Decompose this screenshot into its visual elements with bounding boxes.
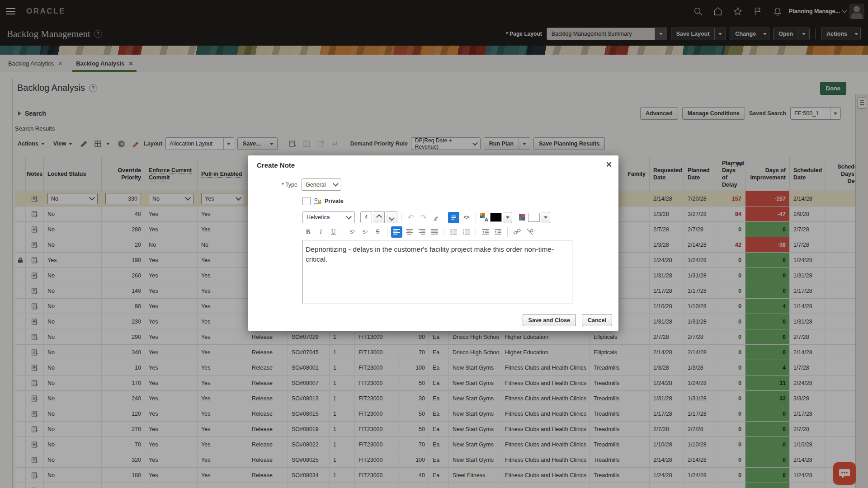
background-color-swatch[interactable] — [528, 213, 540, 222]
editor-toolbar-row2: B I U S2 S2 S 123 — [302, 225, 572, 238]
svg-text:3: 3 — [463, 233, 464, 235]
required-marker: * — [282, 182, 284, 188]
justify-icon[interactable] — [429, 226, 440, 238]
font-color-icon[interactable]: A — [480, 212, 489, 223]
font-color-swatch[interactable] — [490, 213, 502, 222]
source-mode-button[interactable]: <> — [461, 212, 472, 223]
close-icon[interactable]: ✕ — [606, 160, 612, 169]
redo-icon[interactable]: ↷ — [418, 212, 429, 223]
font-size-value[interactable]: 4 — [360, 211, 372, 223]
font-size-up-button[interactable] — [373, 211, 385, 223]
private-checkbox[interactable] — [302, 197, 311, 205]
type-label: *Type — [248, 182, 297, 188]
bullet-list-icon[interactable] — [448, 226, 459, 238]
background-color-dropdown[interactable] — [541, 212, 550, 223]
unlink-icon[interactable] — [524, 226, 535, 238]
superscript-icon[interactable]: S2 — [359, 226, 371, 238]
font-size-down-button[interactable] — [386, 211, 397, 223]
align-left-icon[interactable] — [391, 226, 402, 238]
cancel-button[interactable]: Cancel — [582, 314, 612, 326]
link-icon[interactable] — [511, 226, 523, 238]
rich-text-editor: Helvetica 4 ↶ ↷ <> A B I U — [302, 211, 572, 304]
italic-icon[interactable]: I — [315, 226, 326, 238]
note-type-select[interactable]: General — [302, 178, 341, 191]
private-lock-icon — [314, 198, 321, 205]
create-note-dialog: Create Note ✕ *Type General Private Helv… — [248, 155, 618, 331]
chevron-down-icon — [346, 214, 352, 220]
bold-icon[interactable]: B — [302, 226, 314, 238]
align-center-icon[interactable] — [404, 226, 415, 238]
font-family-select[interactable]: Helvetica — [302, 211, 355, 223]
numbered-list-icon[interactable]: 123 — [461, 226, 472, 238]
align-right-icon[interactable] — [416, 226, 428, 238]
private-label: Private — [325, 198, 344, 204]
subscript-icon[interactable]: S2 — [347, 226, 358, 238]
save-and-close-button[interactable]: Save and Close — [523, 314, 576, 326]
editor-toolbar-row1: Helvetica 4 ↶ ↷ <> A — [302, 211, 572, 224]
dialog-title: Create Note — [257, 161, 295, 169]
note-text-area[interactable]: Deprioritizing - delays in the customer'… — [302, 240, 572, 304]
remove-format-icon[interactable] — [430, 212, 442, 223]
strikethrough-icon[interactable]: S — [372, 226, 383, 238]
undo-icon[interactable]: ↶ — [405, 212, 416, 223]
indent-icon[interactable] — [492, 226, 504, 238]
outdent-icon[interactable] — [480, 226, 491, 238]
chevron-down-icon — [333, 181, 339, 187]
underline-icon[interactable]: U — [328, 226, 339, 238]
font-color-dropdown[interactable] — [503, 212, 512, 223]
background-color-icon[interactable] — [518, 212, 527, 223]
rich-text-mode-button[interactable] — [448, 212, 459, 223]
